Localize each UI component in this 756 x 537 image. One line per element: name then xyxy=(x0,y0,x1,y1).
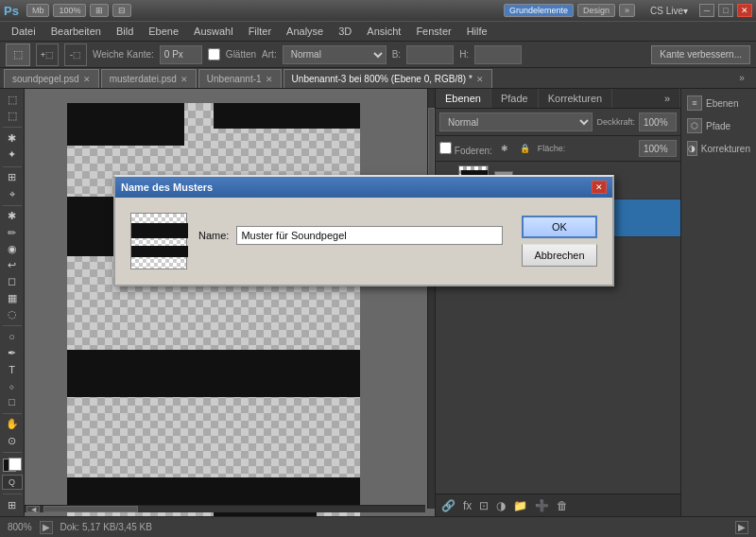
preview-stripe-1 xyxy=(131,223,188,238)
dialog-overlay: Name des Musters ✕ Name: OK Abbrechen xyxy=(0,0,756,537)
name-des-musters-dialog: Name des Musters ✕ Name: OK Abbrechen xyxy=(113,175,614,286)
dialog-body: Name: OK Abbrechen xyxy=(115,198,612,285)
dialog-title: Name des Musters xyxy=(121,182,213,193)
dialog-cancel-button[interactable]: Abbrechen xyxy=(522,244,597,267)
dialog-preview-thumb xyxy=(130,213,187,269)
preview-stripe-2 xyxy=(131,246,188,257)
dialog-ok-button[interactable]: OK xyxy=(522,216,597,238)
dialog-close-button[interactable]: ✕ xyxy=(592,181,607,194)
dialog-form: Name: xyxy=(198,226,503,256)
name-input[interactable] xyxy=(236,226,503,245)
name-label: Name: xyxy=(198,230,229,241)
name-row: Name: xyxy=(198,226,503,245)
dialog-buttons: OK Abbrechen xyxy=(522,216,597,267)
dialog-titlebar: Name des Musters ✕ xyxy=(115,177,612,198)
